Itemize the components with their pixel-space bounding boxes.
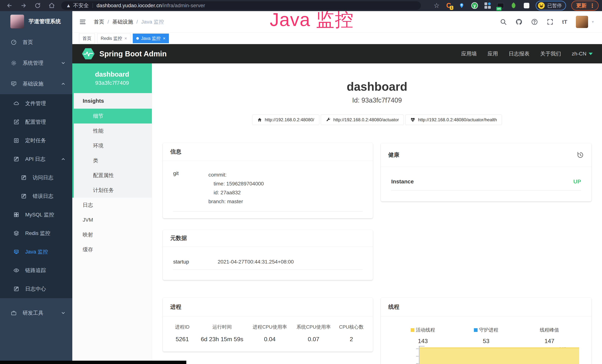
extension-puzzle-icon[interactable]: [523, 2, 530, 10]
card-process-title: 进程: [163, 298, 373, 316]
sidebar-item-mysql-monitor[interactable]: MySQL 监控: [0, 205, 72, 224]
bookmark-star-icon[interactable]: ☆: [434, 2, 440, 10]
close-icon[interactable]: ×: [124, 36, 127, 41]
sba-nav-journal[interactable]: 日志报表: [509, 50, 529, 57]
process-value-cpus: 2: [335, 336, 367, 343]
sidebar-item-devtools[interactable]: 研发工具: [0, 303, 72, 323]
sidebar-item-home[interactable]: 首页: [0, 32, 72, 53]
extension-sprout-icon[interactable]: [510, 2, 517, 10]
process-value-uptime: 6d 23h 15m 59s: [196, 336, 248, 343]
sidebar-item-config-management[interactable]: 配置管理: [0, 113, 72, 131]
fullscreen-icon[interactable]: [547, 18, 554, 25]
app-logo-row[interactable]: 芋道管理系统: [0, 11, 72, 32]
sidebar-item-label: MySQL 监控: [25, 211, 54, 218]
app-logo: [10, 15, 24, 28]
not-secure-icon[interactable]: ▲: [66, 3, 71, 9]
tab-java-monitor[interactable]: Java 监控 ×: [133, 33, 169, 43]
sba-app-header[interactable]: dashboard 93a3fc7f7409: [72, 64, 152, 93]
sidebar-item-label: 研发工具: [23, 310, 43, 317]
extension-switch-icon[interactable]: on: [497, 2, 505, 10]
sba-nav-wallboard[interactable]: 应用墙: [461, 50, 477, 57]
sidebar-item-access-log[interactable]: 访问日志: [0, 168, 72, 187]
sba-item-caches[interactable]: 缓存: [72, 242, 152, 257]
card-threads-title: 线程: [381, 298, 591, 316]
sba-item-loggers[interactable]: 日志: [72, 198, 152, 213]
threads-plot-area: [419, 346, 579, 364]
process-value-pid: 5261: [168, 336, 196, 343]
chrome-update-button[interactable]: 更新 ⋮: [571, 0, 599, 11]
sidebar-item-tracing[interactable]: 链路追踪: [0, 261, 72, 280]
sidebar-item-system[interactable]: 系统管理: [0, 53, 72, 74]
url-path: /infra/admin-server: [162, 3, 205, 9]
sba-item-beans[interactable]: 类: [74, 153, 152, 168]
breadcrumb-separator: /: [137, 19, 138, 25]
github-icon[interactable]: [516, 18, 522, 25]
sidebar-item-file-management[interactable]: 文件管理: [0, 94, 72, 113]
sidebar-item-log-center[interactable]: 日志中心: [0, 280, 72, 298]
sba-item-jvm[interactable]: JVM: [72, 213, 152, 227]
back-icon[interactable]: [6, 2, 13, 9]
sba-item-scheduledtasks[interactable]: 计划任务: [74, 183, 152, 198]
sba-nav-applications[interactable]: 应用: [488, 50, 498, 57]
hamburger-icon[interactable]: [79, 18, 86, 26]
search-icon[interactable]: [500, 18, 507, 25]
tab-home[interactable]: 首页: [79, 33, 95, 43]
process-value-system-cpu: 0.07: [292, 336, 335, 343]
eye-icon: [13, 268, 19, 273]
legend-item-live: 活动线程 143: [391, 327, 454, 344]
health-url-link[interactable]: http://192.168.0.2:48080/actuator/health: [405, 115, 502, 125]
extension-y-icon[interactable]: y: [471, 2, 479, 10]
navbar-actions: tT ▾: [500, 16, 602, 28]
tab-redis-monitor[interactable]: Redis 监控 ×: [97, 33, 130, 43]
address-bar[interactable]: ▲ 不安全 dashboard.yudao.iocoder.cn/infra/a…: [61, 1, 421, 10]
sidebar-item-scheduled-jobs[interactable]: 定时任务: [0, 131, 72, 150]
help-icon[interactable]: [531, 18, 538, 25]
forward-icon[interactable]: [20, 2, 27, 9]
sidebar-item-redis-monitor[interactable]: Redis 监控: [0, 224, 72, 243]
sba-brand[interactable]: Spring Boot Admin: [82, 48, 167, 60]
tab-bar: 首页 Redis 监控 × Java 监控 ×: [72, 33, 602, 44]
process-header-row: 进程ID 运行时间 进程CPU使用率 系统CPU使用率 CPU核心数: [168, 324, 367, 330]
card-process-body: 进程ID 运行时间 进程CPU使用率 系统CPU使用率 CPU核心数 5261 …: [163, 316, 373, 343]
dashboard-icon: [11, 39, 17, 45]
profile-paused-chip[interactable]: 已暂停: [536, 1, 566, 11]
user-avatar[interactable]: [576, 16, 588, 28]
sidebar-item-java-monitor[interactable]: Java 监控: [0, 243, 72, 261]
actuator-url-link[interactable]: http://192.168.0.2:48080/actuator: [321, 115, 404, 125]
sba-item-environment[interactable]: 环境: [74, 138, 152, 153]
sidebar-item-infrastructure[interactable]: 基础设施: [0, 74, 72, 94]
breadcrumb-home[interactable]: 首页: [94, 18, 104, 25]
sba-item-configprops[interactable]: 配置属性: [74, 168, 152, 183]
breadcrumb-infrastructure[interactable]: 基础设施: [112, 18, 133, 25]
extension-grid-icon[interactable]: [484, 2, 492, 10]
user-caret-icon[interactable]: ▾: [592, 20, 594, 24]
card-health-header: 健康: [381, 143, 591, 167]
chevron-down-icon: [61, 310, 66, 315]
card-metadata: 元数据 startup 2021-04-27T00:44:31.254+08:0…: [163, 230, 373, 280]
extension-colorzilla-icon[interactable]: C1: [445, 2, 452, 10]
sba-item-mappings[interactable]: 映射: [72, 227, 152, 242]
axis-top-line: [419, 346, 425, 346]
sba-navbar: Spring Boot Admin 应用墙 应用 日志报表 关于我们 zh-CN: [72, 44, 602, 64]
sidebar-item-api-log[interactable]: API 日志: [0, 150, 72, 168]
service-url-link[interactable]: http://192.168.0.2:48080/: [252, 115, 319, 125]
font-size-icon[interactable]: tT: [562, 19, 567, 25]
sba-logo-icon: [82, 48, 95, 60]
not-secure-label[interactable]: 不安全: [73, 2, 89, 9]
breadcrumb-separator: /: [108, 19, 109, 25]
history-icon[interactable]: [577, 151, 584, 159]
sba-item-metrics[interactable]: 性能: [74, 124, 152, 138]
close-icon[interactable]: ×: [163, 36, 165, 41]
sba-content: dashboard Id: 93a3fc7f7409 http://192.16…: [152, 64, 602, 364]
extension-pin-icon[interactable]: [458, 2, 465, 10]
sidebar-item-error-log[interactable]: 错误日志: [0, 187, 72, 205]
sba-language-select[interactable]: zh-CN: [572, 51, 593, 57]
sba-nav-about[interactable]: 关于我们: [540, 50, 561, 57]
sba-item-details[interactable]: 细节: [74, 109, 152, 124]
card-metadata-title: 元数据: [163, 230, 373, 247]
legend-item-daemon: 守护进程 53: [454, 327, 518, 344]
reload-icon[interactable]: [34, 2, 41, 9]
home-icon[interactable]: [49, 2, 55, 9]
browser-menu-icon[interactable]: ⋮: [590, 2, 595, 9]
sidebar-item-label: Java 监控: [25, 248, 48, 255]
